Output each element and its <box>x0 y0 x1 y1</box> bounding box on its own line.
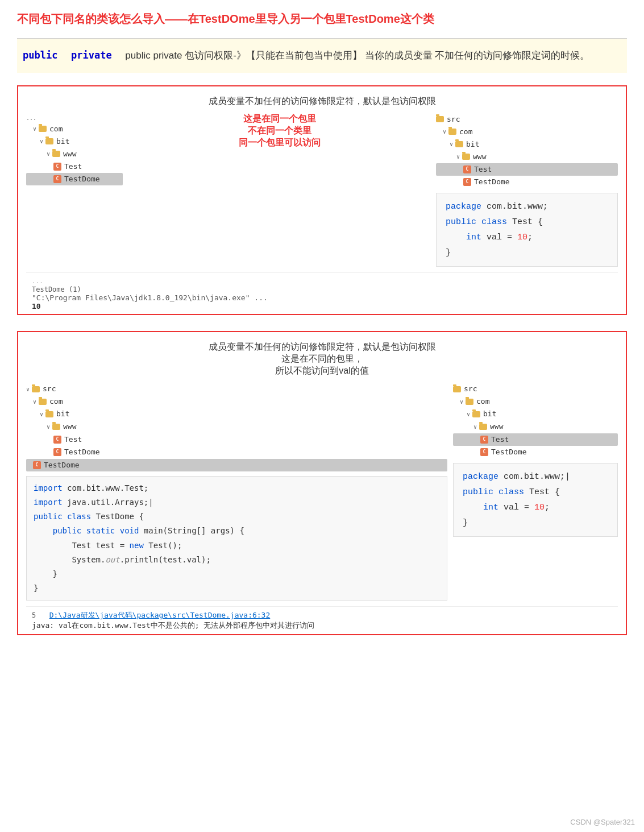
file-label: Test <box>64 160 82 173</box>
tree-row: TestDome (1) <box>32 285 612 293</box>
folder-icon <box>39 126 47 132</box>
section2-error-area: 5 D:\Java研发\java代码\package\src\TestDome.… <box>26 606 618 634</box>
section1-right: src ∨ com ∨ bit ∨ www C <box>436 113 618 267</box>
chevron-icon: ∨ <box>47 149 50 159</box>
code-line: int val = 10; <box>463 500 608 515</box>
watermark: CSDN @Spater321 <box>570 818 635 826</box>
tree-row: ∨ com <box>26 395 447 408</box>
folder-icon <box>45 138 53 144</box>
tree-row: src <box>453 383 618 395</box>
file-label: TestDome <box>474 176 510 188</box>
testdome-label: TestDome (1) <box>32 285 81 293</box>
chevron-icon: ∨ <box>460 397 463 407</box>
section1-inner: ... ∨ com ∨ bit ∨ www C Test C <box>26 113 618 267</box>
annot-line-1: 这是在同一个包里 <box>243 113 316 125</box>
code-line: } <box>34 567 440 581</box>
chevron-icon: ∨ <box>26 384 30 394</box>
chevron-icon: ∨ <box>47 422 50 432</box>
tree-row: ∨ com <box>26 123 123 135</box>
section1-code-block: package com.bit.www; public class Test {… <box>436 193 618 267</box>
section2-box: 成员变量不加任何的访问修饰限定符，默认是包访问权限 这是在不同的包里， 所以不能… <box>17 331 627 635</box>
section1-header-text: 成员变量不加任何的访问修饰限定符，默认是包访问权限 <box>209 96 436 106</box>
tree-row: ... <box>32 276 612 285</box>
keyword-public: public <box>23 49 57 61</box>
file-label: TestDome <box>64 173 100 185</box>
terminal-cmd: "C:\Program Files\Java\jdk1.8.0_192\bin\… <box>32 293 612 302</box>
folder-icon <box>52 151 60 157</box>
folder-label: com <box>459 126 472 138</box>
tree-row: ∨ www <box>453 420 618 433</box>
chevron-icon: ∨ <box>40 136 43 146</box>
folder-icon <box>448 129 456 135</box>
tree-row: C TestDome <box>26 446 447 458</box>
java-icon: C <box>33 461 41 469</box>
folder-label: com <box>49 395 63 408</box>
file-label: TestDome <box>64 446 100 458</box>
code-line: public class TestDome { <box>34 510 440 524</box>
java-icon: C <box>463 165 471 173</box>
section1-right-tree: src ∨ com ∨ bit ∨ www C <box>436 113 618 189</box>
annot-line-3: 同一个包里可以访问 <box>239 137 321 149</box>
section1-header: 成员变量不加任何的访问修饰限定符，默认是包访问权限 <box>26 96 618 107</box>
folder-label: src <box>464 383 477 395</box>
tree-row: ∨ bit <box>26 408 447 420</box>
folder-label: bit <box>466 138 479 151</box>
code-line: public static void main(String[] args) { <box>34 524 440 538</box>
code-line: } <box>446 245 608 260</box>
tree-row: ∨ bit <box>453 408 618 420</box>
java-icon: C <box>463 178 471 186</box>
java-icon: C <box>480 436 488 444</box>
error-message: java: val在com.bit.www.Test中不是公共的; 无法从外部程… <box>32 620 612 631</box>
chevron-icon: ∨ <box>443 127 446 136</box>
section2-right-tree: src ∨ com ∨ bit ∨ www C <box>453 383 618 458</box>
file-label: TestDome <box>44 459 80 471</box>
tree-row-highlighted: C Test <box>453 433 618 446</box>
section2-left-code: import com.bit.www.Test; import java.uti… <box>26 476 447 601</box>
folder-label: src <box>43 383 56 395</box>
section1-left-tree: ... ∨ com ∨ bit ∨ www C Test C <box>26 113 123 267</box>
folder-icon <box>455 141 463 147</box>
tree-row: C TestDome <box>453 446 618 458</box>
section2-right-code: package com.bit.www;| public class Test … <box>453 463 618 537</box>
tree-row: ∨ bit <box>436 138 618 151</box>
folder-icon <box>453 386 461 392</box>
folder-icon <box>45 411 53 417</box>
tree-row: ∨ www <box>26 420 447 433</box>
chevron-icon: ∨ <box>450 139 453 149</box>
folder-label: www <box>63 420 76 433</box>
tree-row: ... <box>26 113 123 123</box>
description-box: public private public private 包访问权限-》【只能… <box>17 38 627 73</box>
tree-row: C TestDome <box>436 176 618 188</box>
section2-annot2: 所以不能访问到val的值 <box>26 365 618 377</box>
folder-label: www <box>490 420 503 433</box>
tree-row: src <box>436 113 618 126</box>
java-icon: C <box>480 448 488 456</box>
code-line: package com.bit.www; <box>446 199 608 214</box>
tree-row: ∨ www <box>436 151 618 163</box>
java-icon: C <box>53 175 61 183</box>
line-number: 5 <box>32 611 36 619</box>
description-text: public private 包访问权限-》【只能在当前包当中使用】 当你的成员… <box>125 50 589 61</box>
tree-row: ∨ www <box>26 148 123 160</box>
code-line: System.out.println(test.val); <box>34 553 440 567</box>
code-line: import java.util.Arrays;| <box>34 495 440 510</box>
folder-icon <box>52 424 60 430</box>
code-line: } <box>463 515 608 531</box>
chevron-icon: ... <box>26 113 36 123</box>
error-link[interactable]: D:\Java研发\java代码\package\src\TestDome.ja… <box>49 611 271 619</box>
tree-row: C Test <box>26 433 447 446</box>
folder-icon <box>462 154 470 160</box>
tree-row: ∨ src <box>26 383 447 395</box>
file-label: Test <box>64 433 82 446</box>
tree-row: ∨ com <box>453 395 618 408</box>
code-line: public class Test { <box>446 214 608 230</box>
chevron-icon: ∨ <box>33 397 36 407</box>
folder-label: bit <box>56 135 69 148</box>
terminal-output: 10 <box>32 302 612 311</box>
section1-annotations: 这是在同一个包里 不在同一个类里 同一个包里可以访问 <box>128 113 430 267</box>
section1-terminal: ... TestDome (1) "C:\Program Files\Java\… <box>26 272 618 314</box>
folder-icon <box>32 386 40 392</box>
error-link-row: 5 D:\Java研发\java代码\package\src\TestDome.… <box>32 610 612 620</box>
tree-row: ∨ bit <box>26 135 123 148</box>
section2-header: 成员变量不加任何的访问修饰限定符，默认是包访问权限 这是在不同的包里， 所以不能… <box>26 341 618 377</box>
